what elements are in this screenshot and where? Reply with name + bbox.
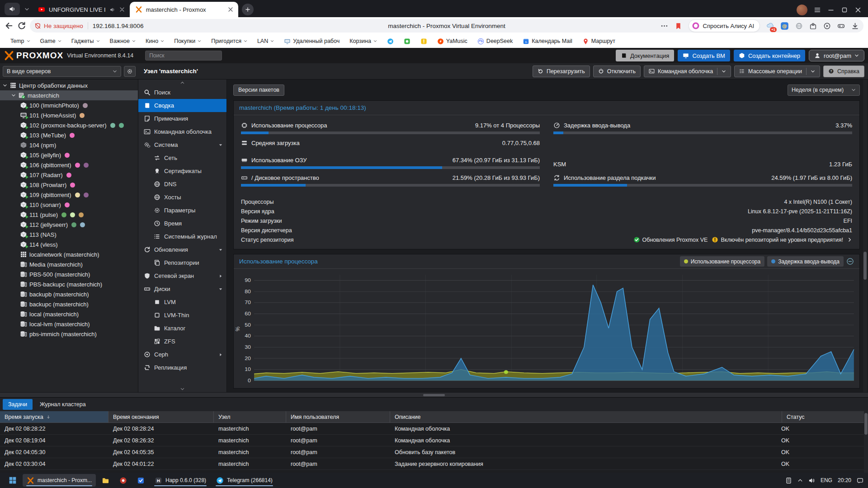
tray-app-icon[interactable]	[785, 477, 792, 484]
tree-item[interactable]: 106 (qbittorrent)	[0, 160, 138, 170]
security-status[interactable]: Не защищено	[34, 23, 83, 29]
nav-item-сводка[interactable]: Сводка	[138, 99, 226, 112]
collapse-icon[interactable]	[846, 258, 854, 265]
bookmark-item[interactable]: Game	[36, 37, 66, 46]
tab-audio-icon[interactable]	[109, 7, 115, 13]
nav-item-репликация[interactable]: Репликация	[138, 361, 226, 374]
nav-item-сертификаты[interactable]: Сертификаты	[138, 164, 226, 178]
tree-item[interactable]: backupc (masterchich)	[0, 299, 138, 309]
node-button-1[interactable]: Отключить	[593, 66, 641, 77]
browser-tab-youtube[interactable]: UNFORGIVEN LIVE I	[33, 2, 130, 17]
tree-item[interactable]: Центр обработки данных	[0, 80, 138, 90]
avatar[interactable]	[797, 5, 807, 15]
nav-item-параметры[interactable]: Параметры	[138, 204, 226, 217]
nav-item-поиск[interactable]: Поиск	[138, 86, 226, 99]
tree-item[interactable]: local-lvm (masterchich)	[0, 319, 138, 329]
table-row[interactable]: Дек 02 08:28:22Дек 02 08:28:24masterchic…	[0, 423, 868, 435]
nav-item-lvm[interactable]: LVM	[138, 296, 226, 309]
scrollbar-thumb[interactable]	[864, 413, 868, 435]
search-input[interactable]	[145, 51, 222, 61]
period-select[interactable]: Неделя (в среднем)	[788, 84, 860, 96]
header-button-1[interactable]: Создать ВМ	[678, 50, 730, 61]
tree-item[interactable]: PBS-backupc (masterchich)	[0, 279, 138, 289]
node-button-2[interactable]: Командная оболочка	[644, 66, 731, 77]
download-icon[interactable]	[851, 22, 859, 30]
nav-item-примечания[interactable]: Примечания	[138, 112, 226, 125]
taskbar-item-1[interactable]	[98, 474, 113, 487]
tree-item[interactable]: 104 (npm)	[0, 140, 138, 150]
column-header-2[interactable]: Узел	[214, 411, 286, 422]
table-row[interactable]: Дек 02 03:30:04Дек 02 04:01:22masterchic…	[0, 458, 868, 470]
video-player-icon[interactable]	[823, 22, 831, 30]
sync-cloud[interactable]: +1	[766, 21, 774, 30]
bookmark-item[interactable]: LAN	[253, 37, 278, 46]
tree-item[interactable]: PBS-500 (masterchich)	[0, 269, 138, 279]
nav-item-обновления[interactable]: Обновления	[138, 243, 226, 256]
language-indicator[interactable]: ENG	[821, 477, 832, 483]
legend-item[interactable]: Использование процессора	[680, 256, 765, 267]
bookmark-item[interactable]	[400, 37, 415, 46]
column-header-1[interactable]: Время окончания	[108, 411, 214, 422]
bookmark-flag-icon[interactable]	[675, 22, 682, 30]
bookmark-item[interactable]: Корзина	[345, 37, 381, 46]
tab-audio-button[interactable]	[5, 3, 20, 15]
table-row[interactable]: Дек 02 04:05:30Дек 02 04:05:35masterchic…	[0, 446, 868, 458]
bookmark-item[interactable]	[416, 37, 431, 46]
table-row[interactable]: Дек 02 08:19:04Дек 02 08:26:32masterchic…	[0, 435, 868, 446]
tree-item[interactable]: 102 (proxmox-backup-server)	[0, 120, 138, 130]
url-field[interactable]: Не защищено 192.168.1.94:8006 masterchic…	[30, 19, 863, 33]
maximize-icon[interactable]	[841, 6, 848, 14]
tab-list-button[interactable]	[22, 3, 32, 15]
nav-item-диски[interactable]: Диски	[138, 282, 226, 296]
taskbar-item-5[interactable]: Telegram (266814)	[212, 474, 277, 487]
tree-item[interactable]: local (masterchich)	[0, 309, 138, 319]
tree-item[interactable]: 100 (ImmichPhoto)	[0, 100, 138, 110]
browser-tab-proxmox[interactable]: masterchich - Proxmox	[130, 2, 238, 17]
nav-item-zfs[interactable]: ZFS	[138, 335, 226, 348]
minimize-icon[interactable]	[827, 6, 835, 14]
node-button-4[interactable]: ?Справка	[823, 66, 864, 77]
scroll-down-indicator[interactable]	[138, 386, 226, 392]
extensions-icon[interactable]	[809, 22, 817, 30]
nav-item-ceph[interactable]: Ceph	[138, 348, 226, 361]
tree-item[interactable]: 103 (MeTube)	[0, 130, 138, 140]
splitter-handle[interactable]	[423, 394, 445, 396]
tree-item[interactable]: pbs-immich (masterchich)	[0, 329, 138, 339]
close-icon[interactable]	[854, 6, 862, 14]
view-select[interactable]: В виде серверов	[3, 66, 121, 77]
tree-settings-button[interactable]	[124, 66, 136, 77]
nav-item-репозитории[interactable]: Репозитории	[138, 256, 226, 269]
bookmark-item[interactable]: Кино	[142, 37, 168, 46]
tree-item[interactable]: 107 (Radarr)	[0, 170, 138, 180]
reload-icon[interactable]	[17, 21, 26, 30]
nav-item-система[interactable]: Система	[138, 138, 226, 151]
nav-item-сеть[interactable]: Сеть	[138, 151, 226, 164]
content-scrollbar[interactable]	[863, 80, 867, 392]
panel-splitter[interactable]	[0, 392, 868, 398]
tree-item[interactable]: 112 (jellyseerr)	[0, 220, 138, 230]
scrollbar-thumb[interactable]	[863, 252, 867, 280]
clock[interactable]: 20:20	[838, 477, 851, 483]
bookmark-item[interactable]: Temp	[6, 37, 34, 46]
nav-item-системный-журнал[interactable]: Системный журнал	[138, 230, 226, 243]
start-button[interactable]	[5, 474, 21, 487]
column-header-4[interactable]: Описание	[390, 411, 782, 422]
more-icon[interactable]	[660, 22, 668, 30]
header-button-2[interactable]: Создать контейнер	[734, 50, 805, 61]
gamepad-icon[interactable]	[837, 22, 845, 30]
tab-tasks[interactable]: Задачи	[3, 399, 33, 410]
tree-item[interactable]: 113 (NAS)	[0, 230, 138, 239]
bookmark-item[interactable]: Покупки	[170, 37, 205, 46]
bookmark-item[interactable]: Удаленный рабоч	[280, 37, 344, 46]
nav-item-каталог[interactable]: Каталог	[138, 322, 226, 335]
bookmark-item[interactable]: Важное	[106, 37, 140, 46]
tree-item[interactable]: 105 (jellyfin)	[0, 150, 138, 160]
tree-item[interactable]: 114 (vless)	[0, 239, 138, 249]
menu-icon[interactable]	[814, 6, 821, 14]
tree-item[interactable]: backupb (masterchich)	[0, 289, 138, 299]
column-header-5[interactable]: Статус	[782, 411, 868, 422]
new-tab-button[interactable]	[242, 4, 254, 15]
alice-button[interactable]: Спросить Алису AI	[689, 19, 760, 32]
nav-item-время[interactable]: Время	[138, 217, 226, 230]
column-header-0[interactable]: Время запуска	[0, 411, 108, 422]
